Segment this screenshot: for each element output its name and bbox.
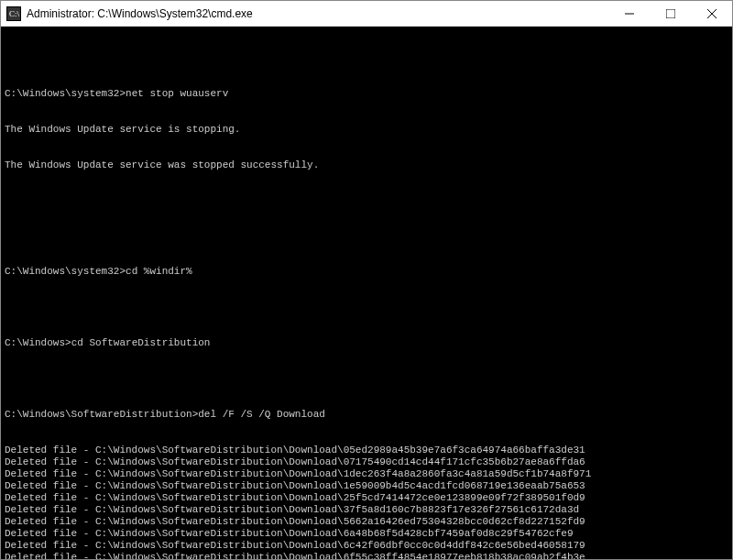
- deleted-file-line: Deleted file - C:\Windows\SoftwareDistri…: [5, 504, 728, 516]
- output-line: The Windows Update service was stopped s…: [5, 159, 728, 171]
- deleted-file-line: Deleted file - C:\Windows\SoftwareDistri…: [5, 540, 728, 552]
- titlebar[interactable]: C:\ Administrator: C:\Windows\System32\c…: [1, 1, 732, 27]
- command-line: C:\Windows\SoftwareDistribution>del /F /…: [5, 409, 728, 421]
- cmd-icon: C:\: [6, 6, 21, 21]
- window-controls: [608, 1, 732, 26]
- command-input: cd %windir%: [126, 266, 192, 277]
- prompt: C:\Windows\SoftwareDistribution>: [5, 409, 198, 420]
- deleted-file-line: Deleted file - C:\Windows\SoftwareDistri…: [5, 445, 728, 456]
- prompt: C:\Windows>: [5, 337, 71, 348]
- prompt: C:\Windows\system32>: [5, 266, 126, 277]
- output-line: The Windows Update service is stopping.: [5, 124, 728, 136]
- svg-rect-4: [666, 9, 675, 18]
- maximize-button[interactable]: [650, 1, 691, 26]
- cmd-window: C:\ Administrator: C:\Windows\System32\c…: [0, 0, 733, 560]
- command-line: C:\Windows\system32>cd %windir%: [5, 266, 728, 278]
- command-input: net stop wuauserv: [126, 88, 228, 99]
- minimize-button[interactable]: [608, 1, 650, 26]
- svg-text:C:\: C:\: [9, 9, 20, 18]
- deleted-file-line: Deleted file - C:\Windows\SoftwareDistri…: [5, 552, 728, 559]
- prompt: C:\Windows\system32>: [5, 88, 126, 99]
- command-line: C:\Windows\system32>net stop wuauserv: [5, 88, 728, 100]
- deleted-file-line: Deleted file - C:\Windows\SoftwareDistri…: [5, 468, 728, 480]
- close-button[interactable]: [691, 1, 732, 26]
- deleted-files-list: Deleted file - C:\Windows\SoftwareDistri…: [5, 445, 728, 559]
- deleted-file-line: Deleted file - C:\Windows\SoftwareDistri…: [5, 516, 728, 528]
- command-input: cd SoftwareDistribution: [71, 337, 211, 348]
- command-line: C:\Windows>cd SoftwareDistribution: [5, 337, 728, 349]
- deleted-file-line: Deleted file - C:\Windows\SoftwareDistri…: [5, 492, 728, 504]
- deleted-file-line: Deleted file - C:\Windows\SoftwareDistri…: [5, 528, 728, 540]
- deleted-file-line: Deleted file - C:\Windows\SoftwareDistri…: [5, 480, 728, 492]
- deleted-file-line: Deleted file - C:\Windows\SoftwareDistri…: [5, 456, 728, 468]
- terminal-output[interactable]: C:\Windows\system32>net stop wuauserv Th…: [1, 27, 732, 559]
- window-title: Administrator: C:\Windows\System32\cmd.e…: [27, 7, 608, 20]
- command-input: del /F /S /Q Download: [198, 409, 325, 420]
